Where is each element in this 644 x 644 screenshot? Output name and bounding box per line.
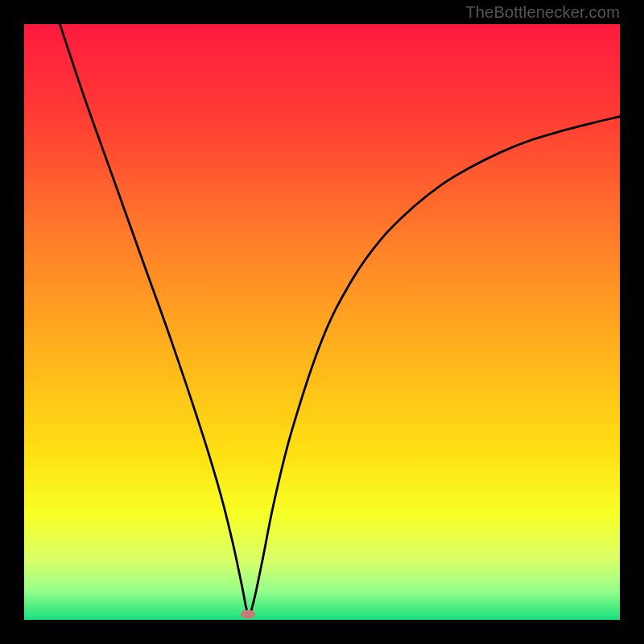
- attribution-label: TheBottlenecker.com: [465, 3, 620, 22]
- curve-layer: [24, 24, 620, 620]
- minimum-marker: [241, 609, 255, 618]
- bottleneck-curve: [60, 24, 620, 615]
- plot-area: [24, 24, 620, 620]
- chart-frame: TheBottlenecker.com: [0, 0, 644, 644]
